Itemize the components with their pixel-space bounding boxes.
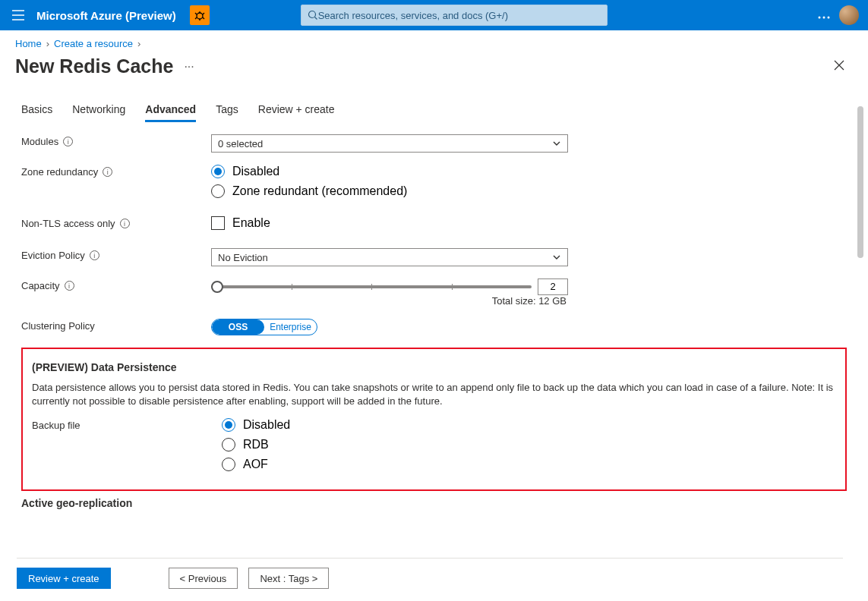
page-title: New Redis Cache [15, 55, 173, 77]
zone-radio-redundant-label: Zone redundant (recommended) [232, 184, 407, 198]
tabs: Basics Networking Advanced Tags Review +… [0, 88, 868, 122]
breadcrumb: Home › Create a resource › [0, 30, 868, 49]
svg-point-0 [197, 13, 203, 19]
info-icon[interactable]: i [90, 250, 99, 260]
zone-radio-disabled[interactable] [211, 165, 225, 178]
search-input[interactable] [318, 10, 601, 21]
capacity-value[interactable]: 2 [538, 278, 568, 295]
zone-radio-redundant[interactable] [211, 184, 225, 198]
review-create-button[interactable]: Review + create [17, 568, 111, 589]
top-bar: Microsoft Azure (Preview) [0, 0, 868, 30]
tab-tags[interactable]: Tags [216, 103, 238, 122]
chevron-right-icon: › [137, 38, 140, 49]
nontls-checkbox-label: Enable [232, 216, 270, 230]
backup-radio-aof-label: AOF [243, 458, 268, 471]
menu-icon[interactable] [0, 0, 36, 30]
nontls-label: Non-TLS access only [21, 218, 115, 229]
clustering-label: Clustering Policy [21, 320, 95, 332]
close-icon[interactable] [833, 59, 845, 74]
persistence-description: Data persistence allows you to persist d… [32, 381, 836, 407]
clustering-enterprise[interactable]: Enterprise [264, 319, 317, 335]
backup-radio-rdb-label: RDB [243, 438, 269, 452]
modules-select[interactable]: 0 selected [211, 134, 568, 153]
tab-advanced[interactable]: Advanced [145, 103, 196, 122]
page-header: New Redis Cache ··· [0, 49, 868, 88]
modules-value: 0 selected [218, 138, 263, 149]
capacity-slider[interactable] [211, 285, 532, 288]
georep-heading: Active geo-replication [21, 497, 847, 509]
tab-review[interactable]: Review + create [258, 103, 335, 122]
svg-point-1 [308, 11, 315, 18]
next-button[interactable]: Next : Tags > [248, 568, 329, 589]
eviction-value: No Eviction [218, 252, 268, 263]
form-content: Modules i 0 selected Zone redundancy i D… [0, 122, 868, 532]
zone-label: Zone redundancy [21, 166, 98, 178]
chevron-down-icon [552, 253, 561, 262]
info-icon[interactable]: i [63, 137, 73, 146]
breadcrumb-home[interactable]: Home [15, 38, 42, 49]
backup-radio-disabled[interactable] [222, 418, 235, 432]
more-icon[interactable]: ··· [184, 60, 194, 74]
footer: Review + create < Previous Next : Tags > [17, 558, 843, 589]
zone-radio-disabled-label: Disabled [232, 165, 279, 178]
backup-radio-aof[interactable] [222, 458, 235, 471]
capacity-total: Total size: 12 GB [211, 295, 568, 307]
clustering-oss[interactable]: OSS [212, 319, 264, 335]
data-persistence-section: (PREVIEW) Data Persistence Data persiste… [21, 348, 847, 491]
overflow-menu-icon[interactable] [809, 8, 839, 22]
svg-point-4 [828, 17, 830, 19]
backup-radio-rdb[interactable] [222, 438, 235, 452]
slider-thumb[interactable] [211, 281, 223, 293]
avatar[interactable] [839, 5, 859, 25]
chevron-right-icon: › [46, 38, 49, 49]
breadcrumb-create[interactable]: Create a resource [54, 38, 133, 49]
eviction-label: Eviction Policy [21, 250, 85, 261]
capacity-label: Capacity [21, 280, 60, 291]
info-icon[interactable]: i [120, 219, 130, 228]
previous-button[interactable]: < Previous [169, 568, 238, 589]
search-icon [308, 10, 318, 20]
persistence-heading: (PREVIEW) Data Persistence [32, 361, 836, 373]
nontls-checkbox[interactable] [211, 216, 225, 230]
brand-name[interactable]: Microsoft Azure (Preview) [36, 9, 185, 22]
clustering-toggle[interactable]: OSS Enterprise [211, 319, 317, 335]
tab-networking[interactable]: Networking [72, 103, 125, 122]
modules-label: Modules [21, 136, 58, 147]
bug-icon[interactable] [190, 5, 210, 25]
backup-radio-disabled-label: Disabled [243, 418, 290, 432]
svg-point-2 [819, 17, 821, 19]
tab-basics[interactable]: Basics [21, 103, 52, 122]
info-icon[interactable]: i [103, 167, 112, 177]
svg-point-3 [823, 17, 825, 19]
info-icon[interactable]: i [65, 281, 74, 291]
backup-label: Backup file [32, 420, 80, 431]
search-field[interactable] [301, 5, 608, 26]
eviction-select[interactable]: No Eviction [211, 248, 568, 266]
chevron-down-icon [552, 139, 561, 148]
